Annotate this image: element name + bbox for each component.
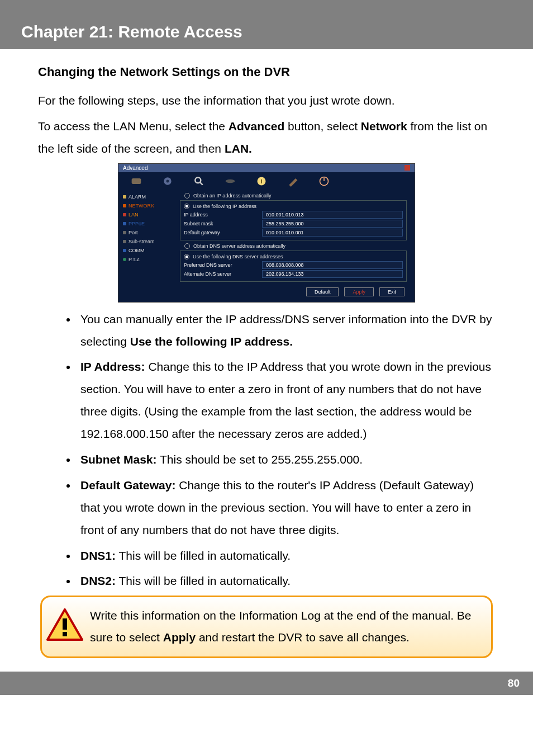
field-label: IP address [184,212,262,218]
toolbar-icon-1[interactable] [129,176,144,187]
apply-button[interactable]: Apply [344,287,374,296]
list-item: IP Address: Change this to the IP Addres… [77,356,495,445]
pppoe-icon [123,222,126,225]
sidebar-label: ALARM [129,194,146,200]
svg-point-2 [166,179,169,182]
toolbar-icon-brush[interactable] [285,176,301,187]
content-area: Changing the Network Settings on the DVR… [0,49,533,658]
ptz-icon [123,258,126,261]
exit-button[interactable]: Exit [379,287,404,296]
chapter-title-bar: Chapter 21: Remote Access [0,15,533,49]
window-title: Advanced [123,165,147,171]
close-icon[interactable] [404,165,410,171]
radio-label: Obtain DNS server address automatically [193,243,285,249]
gateway-row: Default gateway010.001.010.001 [184,229,403,237]
port-icon [123,231,126,234]
field-label: Alternate DNS server [184,271,262,277]
svg-rect-12 [63,618,67,630]
sidebar-label: Port [129,230,138,235]
text-fragment: This will be filled in automatically. [116,574,291,587]
screenshot-body: ALARM NETWORK LAN PPPoE Port Sub-stream … [118,190,415,302]
radio-static-dns[interactable]: Use the following DNS server addresses [184,253,403,260]
toolbar: i [118,172,415,190]
gateway-field[interactable]: 010.001.010.001 [262,229,403,237]
svg-line-4 [200,182,203,185]
toolbar-icon-gear[interactable] [160,176,175,187]
radio-icon [184,243,190,249]
radio-label: Obtain an IP address automatically [193,193,271,199]
dns1-field[interactable]: 008.008.008.008 [262,261,403,269]
sidebar-label: P.T.Z [129,257,140,262]
comm-icon [123,249,126,252]
top-stripe [0,0,533,15]
list-item: Subnet Mask: This should be set to 255.2… [77,448,495,471]
field-name: IP Address: [80,360,145,373]
sidebar-item-alarm[interactable]: ALARM [118,192,177,201]
toolbar-icon-power[interactable] [316,176,332,187]
ip-row: IP address010.001.010.013 [184,211,403,219]
sidebar-item-substream[interactable]: Sub-stream [118,237,177,246]
apply-label: Apply [163,631,196,644]
list-item: DNS2: This will be filled in automatical… [77,570,495,592]
intro-paragraph: For the following steps, use the informa… [38,89,495,112]
sidebar-item-ptz[interactable]: P.T.Z [118,255,177,264]
text-fragment: and restart the DVR to save all changes. [196,631,410,644]
lan-icon [123,213,126,216]
field-name: Subnet Mask: [80,453,157,466]
svg-rect-13 [63,632,67,636]
field-name: DNS1: [80,549,116,562]
list-item: Default Gateway: Change this to the rout… [77,474,495,541]
radio-static-ip[interactable]: Use the following IP address [184,203,403,210]
sidebar-item-network[interactable]: NETWORK [118,201,177,210]
svg-text:i: i [260,177,262,185]
sidebar-item-comm[interactable]: COMM [118,246,177,255]
main-panel: Obtain an IP address automatically Use t… [177,190,415,302]
radio-auto-ip[interactable]: Obtain an IP address automatically [177,192,410,199]
svg-point-5 [226,179,235,183]
sidebar: ALARM NETWORK LAN PPPoE Port Sub-stream … [118,190,177,302]
ip-address-field[interactable]: 010.001.010.013 [262,211,403,219]
svg-marker-8 [289,178,297,187]
toolbar-icon-info[interactable]: i [254,176,269,187]
warning-icon [46,608,83,641]
chapter-title: Chapter 21: Remote Access [21,22,242,41]
lan-label: LAN. [225,142,252,155]
dns1-row: Preferred DNS server008.008.008.008 [184,261,403,269]
toolbar-icon-search[interactable] [191,176,207,187]
dns-fieldset: Use the following DNS server addresses P… [180,251,407,282]
dns2-field[interactable]: 202.096.134.133 [262,270,403,278]
subnet-mask-field[interactable]: 255.255.255.000 [262,220,403,228]
field-label: Preferred DNS server [184,262,262,268]
field-name: DNS2: [80,574,116,587]
sidebar-item-lan[interactable]: LAN [118,210,177,219]
sidebar-label: NETWORK [129,203,154,209]
toolbar-icon-disk[interactable] [222,176,238,187]
document-page: Chapter 21: Remote Access Changing the N… [0,0,533,695]
lan-access-paragraph: To access the LAN Menu, select the Advan… [38,115,495,160]
svg-rect-0 [132,178,141,184]
sidebar-item-port[interactable]: Port [118,228,177,237]
bullet-list: You can manually enter the IP address/DN… [38,308,495,593]
field-name: Default Gateway: [80,479,175,492]
dns2-row: Alternate DNS server202.096.134.133 [184,270,403,278]
sidebar-label: LAN [129,212,139,218]
substream-icon [123,240,126,243]
page-footer: 80 [0,672,533,695]
radio-auto-dns[interactable]: Obtain DNS server address automatically [177,243,410,249]
button-row: Default Apply Exit [177,284,410,296]
mask-row: Subnet mask255.255.255.000 [184,220,403,228]
window-titlebar: Advanced [118,164,415,172]
alarm-icon [123,195,126,199]
sidebar-label: Sub-stream [129,239,155,244]
field-label: Subnet mask [184,221,262,226]
default-button[interactable]: Default [306,287,339,296]
warning-callout: Write this information on the Informatio… [40,596,493,658]
sidebar-label: PPPoE [129,221,145,226]
text-fragment: This will be filled in automatically. [116,549,291,562]
page-number: 80 [508,677,520,689]
radio-icon [184,254,189,259]
radio-label: Use the following IP address [193,204,256,209]
radio-icon [184,193,190,199]
text-fragment: This should be set to 255.255.255.000. [157,453,363,466]
sidebar-item-pppoe[interactable]: PPPoE [118,219,177,228]
